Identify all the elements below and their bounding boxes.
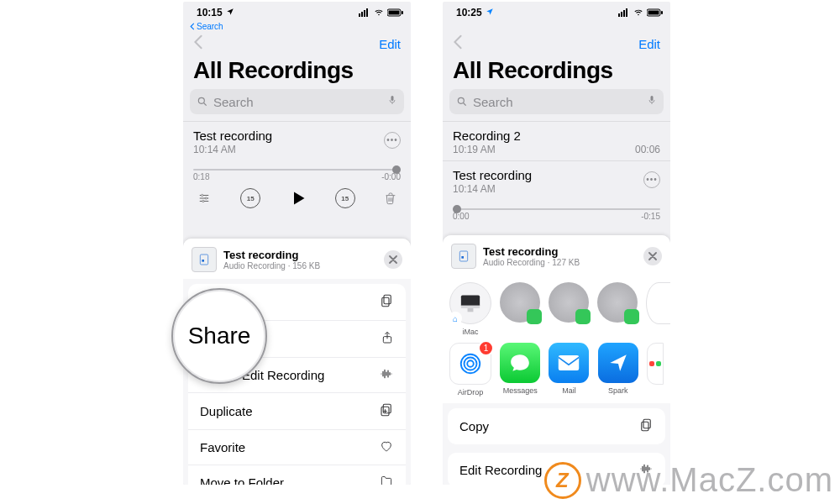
file-thumb-icon [192,247,217,272]
sheet-title: Test recording [483,245,580,258]
page-title: All Recordings [453,57,613,83]
action-copy[interactable]: Copy [448,408,665,444]
search-placeholder: Search [473,95,647,109]
svg-rect-0 [359,13,360,17]
dictation-icon[interactable] [647,93,657,110]
svg-rect-16 [383,404,391,413]
recording-item[interactable]: ••• Test recording 10:14 AM [183,122,411,160]
dictation-icon[interactable] [387,93,397,110]
waveform-icon [379,367,394,383]
app-airdrop[interactable]: 1 AirDrop [449,343,491,396]
menu-duplicate[interactable]: Duplicate [188,392,406,429]
back-chevron-icon[interactable] [193,34,203,53]
recording-time: 10:14 AM [193,144,236,155]
share-sheet: Test recording Audio Recording · 127 KB … [443,235,670,485]
status-bar: 10:25 [443,2,670,20]
svg-point-9 [202,194,203,196]
svg-point-26 [458,97,464,103]
recording-title: Test recording [193,129,401,143]
sheet-subtitle: Audio Recording · 156 KB [223,261,320,270]
back-to-app[interactable]: Search [183,20,411,32]
wifi-icon [633,8,644,17]
svg-rect-5 [389,11,400,15]
svg-point-33 [465,358,477,370]
recording-title: Test recording [453,168,660,182]
sheet-subtitle: Audio Recording · 127 KB [483,258,580,267]
suggestion-imac[interactable]: ⌂ iMac [449,282,491,336]
svg-rect-8 [391,96,394,101]
imac-icon [459,293,482,313]
back-chevron-icon[interactable] [453,34,463,53]
edit-button[interactable]: Edit [379,37,401,51]
svg-rect-19 [618,13,620,17]
svg-rect-27 [651,96,654,101]
app-mail[interactable]: Mail [549,343,589,396]
scrub-remaining: -0:15 [641,212,660,221]
search-icon [197,96,208,108]
battery-icon [647,8,664,17]
scrubber[interactable]: 0:18 -0:00 [193,169,401,181]
heart-icon [379,439,394,455]
transport-controls: 15 15 [183,183,411,217]
svg-rect-36 [643,419,650,428]
svg-rect-29 [461,296,480,307]
recording-item-2[interactable]: Recording 2 10:19 AM 00:06 [443,122,670,160]
duplicate-icon [379,402,394,420]
mail-icon [557,354,580,371]
airdrop-badge: 1 [478,340,494,356]
svg-point-10 [205,197,207,199]
left-screenshot: 10:15 Search Edit All Recordings S [183,2,411,485]
app-more[interactable] [647,343,664,396]
watermark-logo: Z [544,462,581,499]
location-active-icon [486,7,494,18]
close-button[interactable] [643,247,662,265]
messages-icon [508,352,532,374]
edit-button[interactable]: Edit [638,37,660,51]
nav-bar: Edit [443,32,670,55]
share-apps: 1 AirDrop Messages Mail Spark [443,339,670,403]
menu-move[interactable]: Move to Folder [188,465,406,485]
more-icon[interactable]: ••• [643,171,660,188]
svg-point-11 [202,200,204,202]
scrubber[interactable]: 0:00 -0:15 [453,208,660,221]
suggestion-contact[interactable] [500,282,540,336]
svg-rect-30 [461,306,480,308]
location-icon [226,7,234,18]
svg-rect-2 [364,10,365,17]
svg-rect-14 [382,297,389,307]
watermark: Z www.MacZ.com [544,461,833,499]
battery-icon [387,8,404,17]
sheet-title: Test recording [223,249,320,261]
trash-icon[interactable] [384,191,397,206]
folder-icon [379,475,394,485]
recording-item-1[interactable]: ••• Test recording 10:14 AM [443,161,670,200]
svg-point-32 [467,360,474,367]
search-input[interactable]: Search [449,89,664,114]
close-button[interactable] [384,250,402,269]
recording-duration: 00:06 [635,144,660,155]
menu-favorite[interactable]: Favorite [188,429,406,465]
svg-rect-21 [623,10,625,17]
app-spark[interactable]: Spark [598,343,638,396]
suggestion-contact[interactable] [597,282,638,336]
share-actions: Copy [448,408,665,444]
recording-title: Recording 2 [453,129,660,143]
search-input[interactable]: Search [190,89,404,114]
share-callout-magnifier: Share [171,288,267,384]
svg-rect-31 [468,308,474,312]
spark-icon [607,352,629,374]
sheet-header: Test recording Audio Recording · 156 KB [183,239,411,279]
more-icon[interactable]: ••• [384,132,401,149]
copy-icon [379,293,394,311]
skip-forward-button[interactable]: 15 [335,188,355,208]
skip-back-button[interactable]: 15 [240,188,260,208]
suggestion-contact[interactable] [646,282,670,336]
page-title: All Recordings [193,57,354,83]
play-button[interactable] [290,189,307,207]
suggestion-contact[interactable] [549,282,589,336]
options-icon[interactable] [197,192,212,204]
wifi-icon [373,8,385,17]
app-messages[interactable]: Messages [500,343,540,396]
home-badge-icon: ⌂ [449,312,462,325]
airdrop-suggestions: ⌂ iMac [443,276,670,339]
